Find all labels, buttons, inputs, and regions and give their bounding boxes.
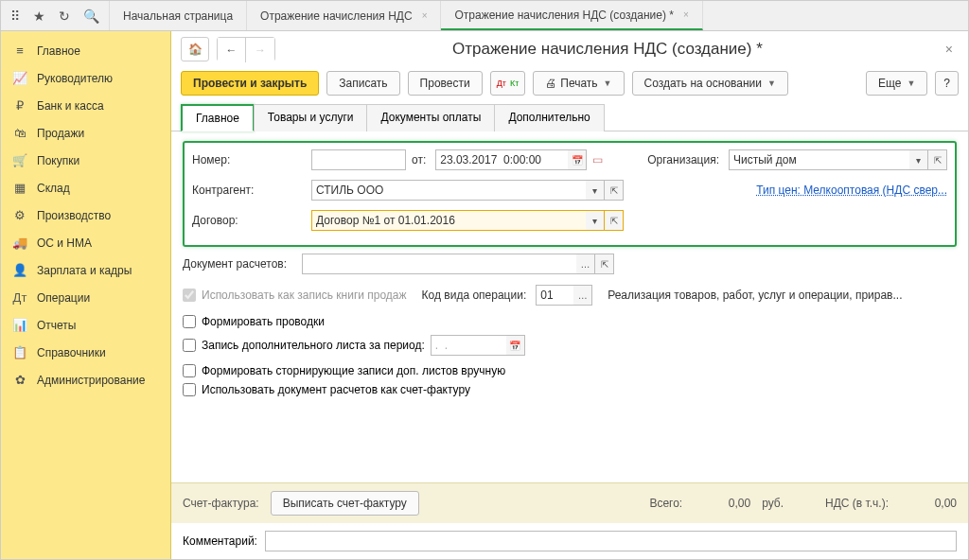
- doc-tab-payments[interactable]: Документы оплаты: [366, 104, 495, 131]
- contractor-input[interactable]: [311, 180, 586, 201]
- sidebar-item-manager[interactable]: 📈Руководителю: [1, 64, 170, 92]
- sidebar-item-operations[interactable]: ДтОперации: [1, 284, 170, 311]
- history-icon[interactable]: ↻: [59, 9, 70, 24]
- close-button[interactable]: ×: [940, 42, 959, 57]
- status-icon: ▭: [592, 153, 608, 166]
- sidebar-item-purchases[interactable]: 🛒Покупки: [1, 147, 170, 174]
- dropdown-icon[interactable]: ▾: [909, 149, 928, 170]
- forward-button[interactable]: →: [246, 38, 274, 62]
- doc-tab-extra[interactable]: Дополнительно: [494, 104, 604, 131]
- sidebar-item-admin[interactable]: ✿Администрирование: [1, 366, 170, 394]
- sidebar-item-payroll[interactable]: 👤Зарплата и кадры: [1, 256, 170, 284]
- sidebar-item-reports[interactable]: 📊Отчеты: [1, 311, 170, 339]
- search-icon[interactable]: 🔍: [83, 9, 99, 24]
- write-invoice-button[interactable]: Выписать счет-фактуру: [271, 491, 419, 516]
- star-icon[interactable]: ★: [33, 9, 45, 24]
- open-icon[interactable]: ⇱: [605, 210, 624, 231]
- check-form-entries[interactable]: Формировать проводки: [183, 315, 957, 328]
- period-input[interactable]: [431, 335, 506, 356]
- sidebar: ≡Главное 📈Руководителю ₽Банк и касса 🛍Пр…: [1, 31, 171, 559]
- dropdown-icon[interactable]: ▾: [586, 180, 605, 201]
- vat-value: 0,00: [900, 497, 957, 510]
- close-icon[interactable]: ×: [422, 10, 428, 21]
- dropdown-icon[interactable]: ▾: [586, 210, 605, 231]
- open-icon[interactable]: ⇱: [605, 180, 624, 201]
- highlighted-group: Номер: от: 📅 ▭ Организация: ▾: [183, 141, 957, 247]
- sidebar-item-bank[interactable]: ₽Банк и касса: [1, 92, 170, 119]
- flower-icon: ✿: [12, 373, 27, 387]
- contract-input[interactable]: [311, 210, 586, 231]
- menu-icon: ≡: [12, 44, 27, 58]
- bag-icon: 🛍: [12, 126, 27, 140]
- more-button[interactable]: Еще▼: [866, 71, 927, 96]
- open-icon[interactable]: ⇱: [595, 254, 614, 274]
- label-invoice: Счет-фактура:: [183, 497, 259, 510]
- label-settlement: Документ расчетов:: [183, 257, 296, 271]
- comment-input[interactable]: [265, 531, 957, 551]
- page-title: Отражение начисления НДС (создание) *: [283, 40, 932, 59]
- price-type-link[interactable]: Тип цен: Мелкооптовая (НДС свер...: [756, 184, 947, 197]
- ruble-icon: ₽: [12, 98, 27, 113]
- dt-icon: Дт: [12, 290, 27, 305]
- tab-vat-create[interactable]: Отражение начисления НДС (создание) *×: [441, 1, 702, 30]
- opcode-input[interactable]: [536, 285, 573, 306]
- label-vat: НДС (в т.ч.):: [825, 497, 889, 510]
- back-button[interactable]: ←: [218, 38, 246, 62]
- label-total: Всего:: [649, 497, 682, 510]
- calendar-icon[interactable]: 📅: [506, 335, 525, 356]
- ellipsis-icon[interactable]: …: [576, 254, 595, 274]
- check-as-invoice[interactable]: Использовать документ расчетов как счет-…: [183, 383, 957, 396]
- sidebar-item-assets[interactable]: 🚚ОС и НМА: [1, 229, 170, 256]
- date-input[interactable]: [435, 149, 568, 170]
- label-from: от:: [412, 153, 426, 166]
- post-close-button[interactable]: Провести и закрыть: [181, 71, 319, 96]
- titlebar: ⠿ ★ ↻ 🔍 Начальная страница Отражение нач…: [1, 1, 968, 31]
- clipboard-icon: 📋: [12, 345, 27, 359]
- home-button[interactable]: 🏠: [181, 37, 209, 61]
- check-add-sheet[interactable]: Запись дополнительного листа за период:: [183, 339, 425, 352]
- grid-icon: ▦: [12, 181, 27, 195]
- label-contract: Договор:: [192, 214, 306, 227]
- total-value: 0,00: [694, 497, 750, 510]
- apps-icon[interactable]: ⠿: [10, 9, 20, 24]
- person-icon: 👤: [12, 263, 27, 277]
- tab-vat-1[interactable]: Отражение начисления НДС×: [247, 1, 441, 30]
- bars-icon: 📊: [12, 318, 27, 332]
- truck-icon: 🚚: [12, 236, 27, 250]
- sidebar-item-catalogs[interactable]: 📋Справочники: [1, 339, 170, 366]
- sidebar-item-main[interactable]: ≡Главное: [1, 37, 170, 64]
- chart-icon: 📈: [12, 71, 27, 85]
- check-sales-book: Использовать как запись книги продаж: [183, 289, 407, 302]
- post-button[interactable]: Провести: [408, 71, 483, 96]
- open-icon[interactable]: ⇱: [928, 149, 947, 170]
- help-button[interactable]: ?: [935, 71, 959, 96]
- sidebar-item-warehouse[interactable]: ▦Склад: [1, 174, 170, 201]
- gear-icon: ⚙: [12, 208, 27, 222]
- close-icon[interactable]: ×: [683, 9, 689, 20]
- sidebar-item-production[interactable]: ⚙Производство: [1, 201, 170, 229]
- system-icons: ⠿ ★ ↻ 🔍: [1, 1, 110, 30]
- cart-icon: 🛒: [12, 153, 27, 167]
- calendar-icon[interactable]: 📅: [568, 149, 587, 170]
- doc-tab-main[interactable]: Главное: [181, 104, 255, 131]
- write-button[interactable]: Записать: [326, 71, 399, 96]
- ellipsis-icon[interactable]: …: [573, 285, 592, 306]
- create-based-button[interactable]: Создать на основании▼: [632, 71, 788, 96]
- currency: руб.: [762, 497, 784, 510]
- doc-tab-goods[interactable]: Товары и услуги: [254, 104, 368, 131]
- number-input[interactable]: [311, 149, 406, 170]
- print-button[interactable]: 🖨 Печать▼: [533, 71, 624, 96]
- sidebar-item-sales[interactable]: 🛍Продажи: [1, 119, 170, 147]
- label-contractor: Контрагент:: [192, 184, 306, 197]
- op-description: Реализация товаров, работ, услуг и опера…: [608, 289, 902, 302]
- label-number: Номер:: [192, 153, 306, 166]
- label-opcode: Код вида операции:: [422, 289, 527, 302]
- org-input[interactable]: [729, 149, 909, 170]
- label-comment: Комментарий:: [183, 534, 257, 548]
- check-storno[interactable]: Формировать сторнирующие записи доп. лис…: [183, 364, 957, 377]
- label-org: Организация:: [647, 153, 719, 166]
- tab-home[interactable]: Начальная страница: [110, 1, 247, 30]
- settlement-input[interactable]: [302, 254, 576, 274]
- dkt-button[interactable]: ДтКт: [490, 71, 526, 96]
